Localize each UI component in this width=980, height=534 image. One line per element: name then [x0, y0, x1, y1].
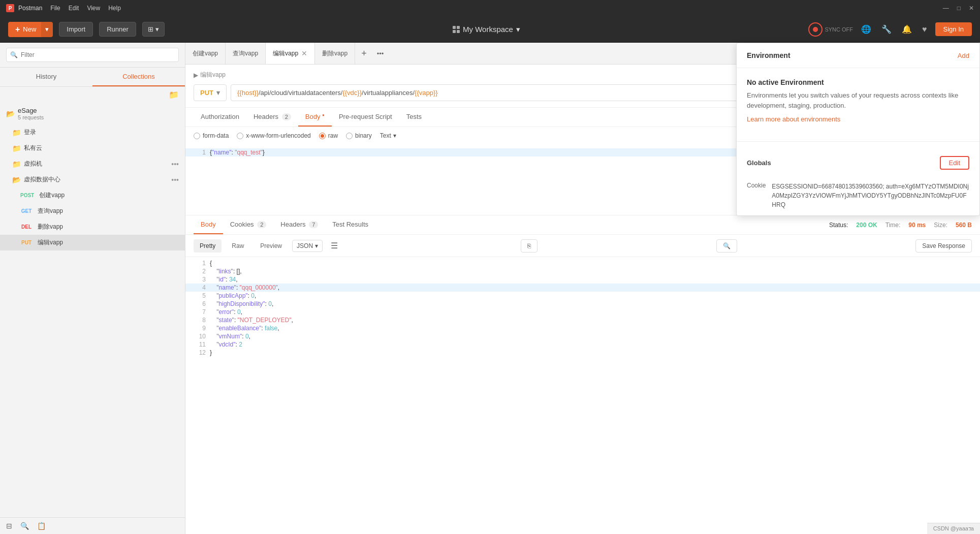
resp-view-preview[interactable]: Preview — [254, 239, 288, 253]
sidebar-item-vm[interactable]: 📁 虚拟机 ••• — [0, 156, 185, 172]
req-tab-prerequest[interactable]: Pre-request Script — [332, 108, 399, 127]
import-button[interactable]: Import — [59, 22, 93, 37]
line-number: 9 — [194, 325, 206, 332]
env-add-button[interactable]: Add — [958, 52, 969, 59]
sidebar-item-edit-vapp[interactable]: PUT 编辑vapp — [0, 235, 185, 250]
code-content: "enableBalance": false, — [210, 325, 279, 332]
tab-more-button[interactable]: ••• — [373, 50, 388, 57]
sync-label: SYNC OFF — [825, 26, 853, 33]
sidebar-layout-button[interactable]: ⊟ — [6, 522, 12, 530]
resp-tab-headers[interactable]: Headers 7 — [273, 215, 325, 234]
format-selector[interactable]: Text ▾ — [380, 132, 396, 139]
tab-query-vapp[interactable]: 查询vapp — [226, 43, 266, 64]
resp-tab-body[interactable]: Body — [194, 215, 223, 234]
folder-icon: 📁 — [12, 160, 21, 168]
new-collection-folder-button[interactable]: 📁 — [169, 90, 179, 100]
context-menu-icon[interactable]: ••• — [171, 176, 179, 184]
tab-close-icon[interactable]: ✕ — [301, 49, 307, 57]
format-label: Text — [380, 132, 391, 139]
collection-esage-header[interactable]: 📂 eSage 5 requests — [0, 103, 185, 124]
sidebar-item-create-vapp[interactable]: POST 创建vapp — [0, 187, 185, 203]
minimize-button[interactable]: — — [943, 5, 949, 12]
menu-edit[interactable]: Edit — [69, 5, 79, 12]
radio-raw[interactable] — [319, 133, 326, 139]
option-form-data[interactable]: form-data — [194, 132, 229, 139]
new-button[interactable]: + New — [8, 22, 43, 37]
sidebar-item-delete-vapp[interactable]: DEL 删除vapp — [0, 219, 185, 235]
menu-file[interactable]: File — [50, 5, 60, 12]
maximize-button[interactable]: □ — [957, 5, 961, 12]
toolbar-extra-button[interactable]: ⊞ ▾ — [142, 22, 165, 37]
globals-edit-button[interactable]: Edit — [940, 156, 969, 170]
sidebar-item-private-cloud[interactable]: 📁 私有云 — [0, 140, 185, 156]
resp-save-button[interactable]: Save Response — [915, 239, 972, 253]
runner-button[interactable]: Runner — [99, 22, 136, 37]
resp-line-3: 3 "id": 34, — [185, 275, 980, 284]
app-icon-letter: P — [9, 6, 12, 11]
workspace-button[interactable]: My Workspace ▾ — [453, 25, 520, 34]
nav-item-label: 创建vapp — [39, 191, 65, 200]
env-learn-link[interactable]: Learn more about environments — [747, 115, 969, 123]
resp-line-6: 6 "highDisponibility": 0, — [185, 300, 980, 308]
menu-help[interactable]: Help — [108, 5, 121, 12]
tab-create-vapp[interactable]: 创建vapp — [185, 43, 226, 64]
resp-wrap-icon[interactable]: ☰ — [327, 239, 342, 253]
req-tab-authorization[interactable]: Authorization — [194, 108, 246, 127]
resp-tab-cookies[interactable]: Cookies 2 — [223, 215, 274, 234]
resp-format-selector[interactable]: JSON ▾ — [292, 240, 323, 252]
bell-icon[interactable]: 🔔 — [900, 22, 914, 36]
sidebar-item-query-vapp[interactable]: GET 查询vapp — [0, 203, 185, 219]
breadcrumb-text: 编辑vapp — [200, 71, 226, 79]
signin-button[interactable]: Sign In — [935, 22, 972, 36]
wrench-icon[interactable]: 🔧 — [879, 22, 894, 36]
sidebar-search-button[interactable]: 🔍 — [20, 522, 29, 530]
sidebar-item-vdc[interactable]: 📂 虚拟数据中心 ••• — [0, 172, 185, 187]
line-number: 1 — [194, 260, 206, 267]
status-value: 200 OK — [856, 222, 877, 229]
search-input[interactable] — [6, 48, 179, 62]
req-tab-body[interactable]: Body ● — [298, 108, 332, 127]
resp-view-pretty[interactable]: Pretty — [194, 239, 222, 253]
sync-indicator: SYNC OFF — [808, 22, 853, 37]
option-urlencoded[interactable]: x-www-form-urlencoded — [237, 132, 310, 139]
menu-bar: File Edit View Help — [50, 5, 121, 12]
sidebar-search-area: 🔍 — [0, 43, 185, 68]
option-raw[interactable]: raw — [319, 132, 338, 139]
option-binary[interactable]: binary — [346, 132, 372, 139]
context-menu-icon[interactable]: ••• — [171, 160, 179, 168]
menu-view[interactable]: View — [87, 5, 100, 12]
resp-tab-test-results[interactable]: Test Results — [325, 215, 375, 234]
nav-item-label: 编辑vapp — [38, 238, 63, 247]
radio-urlencoded[interactable] — [237, 133, 243, 139]
resp-view-raw[interactable]: Raw — [226, 239, 250, 253]
tab-add-button[interactable]: + — [355, 48, 373, 59]
globe-icon[interactable]: 🌐 — [859, 22, 873, 36]
line-number: 12 — [194, 349, 206, 356]
time-label: Time: — [886, 222, 901, 229]
time-value: 90 ms — [908, 222, 926, 229]
sidebar-history-button[interactable]: 📋 — [37, 522, 46, 530]
resp-copy-button[interactable]: ⎘ — [521, 239, 538, 253]
cookie-value: ESGSESSIONID=668748013539603560; auth=eX… — [772, 182, 969, 209]
radio-binary[interactable] — [346, 133, 353, 139]
code-content: "state": "NOT_DEPLOYED", — [210, 317, 293, 324]
url-var-vapp: {{vapp}} — [415, 89, 438, 97]
breadcrumb-arrow: ▶ — [194, 72, 198, 79]
tab-history[interactable]: History — [0, 68, 92, 86]
req-tab-tests[interactable]: Tests — [399, 108, 429, 127]
env-divider — [737, 141, 979, 142]
resp-search-button[interactable]: 🔍 — [716, 239, 737, 253]
app-title: Postman — [18, 5, 42, 12]
method-selector[interactable]: PUT ▾ — [194, 84, 227, 101]
tab-delete-vapp[interactable]: 删除vapp — [315, 43, 355, 64]
tab-collections[interactable]: Collections — [92, 68, 185, 86]
tab-edit-vapp[interactable]: 编辑vapp ✕ — [266, 43, 315, 64]
close-button[interactable]: ✕ — [969, 5, 974, 12]
req-tab-headers[interactable]: Headers 2 — [246, 108, 298, 127]
code-content: {"name": "qqq_test"} — [210, 149, 265, 156]
new-dropdown-button[interactable]: ▾ — [41, 22, 53, 37]
heart-icon[interactable]: ♥ — [920, 23, 929, 36]
radio-form-data[interactable] — [194, 133, 200, 139]
sidebar-item-login[interactable]: 📁 登录 — [0, 124, 185, 140]
resp-line-1: 1 { — [185, 259, 980, 267]
